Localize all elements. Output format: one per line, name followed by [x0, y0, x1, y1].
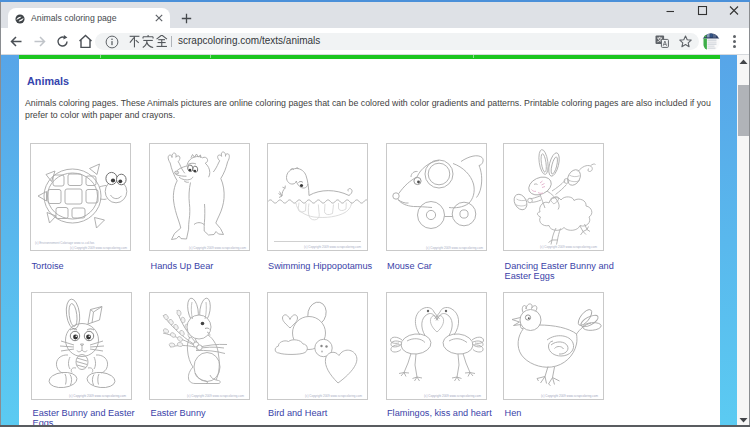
svg-text:(c) Copyright 2009 www.scrapco: (c) Copyright 2009 www.scrapcoloring.com [426, 246, 484, 250]
svg-text:(c) Copyright 2009 www.scrapco: (c) Copyright 2009 www.scrapcoloring.com [187, 394, 245, 398]
svg-text:(c) Copyright 2009 www.scrapco: (c) Copyright 2009 www.scrapcoloring.com [69, 394, 127, 398]
svg-text:(c) Copyright 2009 www.scrapco: (c) Copyright 2009 www.scrapcoloring.com [424, 394, 482, 398]
svg-text:(c) Copyright 2009 www.scrapco: (c) Copyright 2009 www.scrapcoloring.com [541, 394, 599, 398]
svg-text:(c) Copyright 2009 www.scrapco: (c) Copyright 2009 www.scrapcoloring.com [305, 394, 363, 398]
svg-text:(c) Copyright 2009 www.scrapco: (c) Copyright 2009 www.scrapcoloring.com [189, 246, 247, 250]
svg-text:(c) Environnement Coloriage w: (c) Environnement Coloriage www.sc-col.f… [35, 241, 95, 245]
svg-text:(c) Copyright 2009 www.scrapco: (c) Copyright 2009 www.scrapcoloring.com [70, 246, 128, 250]
svg-text:(c) Copyright 2009 www.scrapco: (c) Copyright 2009 www.scrapcoloring.com [304, 245, 362, 249]
svg-text:(c) Copyright 2009 www.scrapco: (c) Copyright 2009 www.scrapcoloring.com [540, 245, 598, 249]
